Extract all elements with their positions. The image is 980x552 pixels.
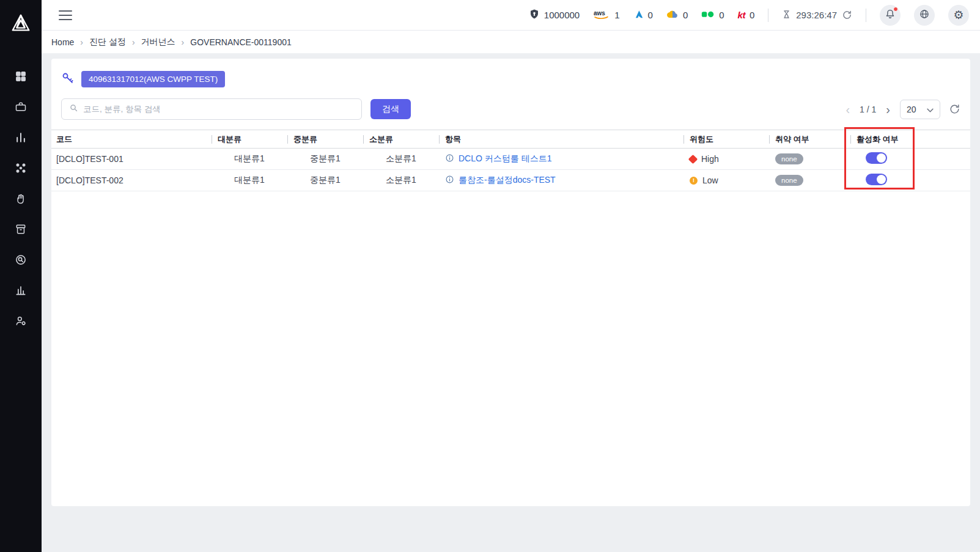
globe-icon: [919, 9, 930, 21]
breadcrumb-governance-id: GOVERNANCE-00119001: [190, 37, 291, 47]
cell-category3: 소분류1: [363, 170, 439, 191]
header-item: 항목: [439, 130, 683, 149]
rule-item-link[interactable]: DCLO 커스텀룰 테스트1: [445, 153, 551, 164]
chevron-right-icon: ›: [132, 37, 135, 47]
pagination: ‹ 1 / 1 › 20: [844, 100, 960, 119]
search-icon: [69, 103, 78, 115]
toolbar: 검색 ‹ 1 / 1 › 20: [51, 96, 970, 128]
cell-category2: 중분류1: [287, 170, 363, 191]
counter-aws-value: 1: [614, 10, 619, 20]
table-row: [DCLO]TEST-001 대분류1 중분류1 소분류1 DCLO 커스텀룰 …: [51, 149, 970, 170]
counter-ncloud: 0: [701, 10, 724, 20]
cell-category1: 대분류1: [212, 170, 287, 191]
breadcrumb-diagnosis-settings[interactable]: 진단 설정: [89, 37, 126, 48]
sidebar-item-policy[interactable]: [9, 192, 33, 205]
rules-table: 코드 대분류 중분류 소분류 항목 위험도 취약 여부 활성화 여부 [DCLO: [51, 130, 970, 191]
table-refresh-button[interactable]: [949, 103, 960, 115]
breadcrumb: Home › 진단 설정 › 거버넌스 › GOVERNANCE-0011900…: [42, 31, 980, 54]
topbar: 1000000 aws 1 0 0: [42, 0, 980, 31]
cell-active: [850, 149, 970, 170]
language-button[interactable]: [914, 5, 935, 26]
key-icon: [61, 72, 74, 87]
ncloud-icon: [701, 10, 715, 20]
active-toggle[interactable]: [866, 174, 887, 185]
header-category3: 소분류: [363, 130, 439, 149]
cell-category2: 중분류1: [287, 149, 363, 170]
search-box: [61, 98, 362, 120]
gcp-icon: [666, 10, 679, 21]
page-size-select[interactable]: 20: [900, 100, 940, 119]
header-risk: 위험도: [683, 130, 769, 149]
toggle-knob: [877, 175, 886, 184]
cell-category3: 소분류1: [363, 149, 439, 170]
risk-label: Low: [702, 175, 718, 185]
cell-vulnerable: none: [769, 170, 850, 191]
chevron-right-icon: ›: [182, 37, 185, 47]
sidebar-item-inspection[interactable]: [9, 253, 33, 267]
sidebar-item-admin[interactable]: [9, 314, 33, 328]
rule-item-link[interactable]: 룰참조-룰설정docs-TEST: [445, 175, 556, 186]
vulnerable-badge: none: [775, 153, 803, 164]
header-category1: 대분류: [212, 130, 287, 149]
content-area: 409631317012(AWS CWPP TEST) 검색 ‹ 1 / 1 ›: [42, 54, 980, 506]
sidebar-item-dashboard[interactable]: [9, 70, 33, 83]
header-active: 활성화 여부: [850, 130, 970, 149]
governance-card: 409631317012(AWS CWPP TEST) 검색 ‹ 1 / 1 ›: [51, 59, 970, 506]
table-row: [DCLO]TEST-002 대분류1 중분류1 소분류1 룰참조-룰설정doc…: [51, 170, 970, 191]
sidebar-item-analytics[interactable]: [9, 284, 33, 297]
sidebar-nav: [9, 70, 33, 328]
risk-low-icon: !: [690, 177, 698, 185]
account-badge: 409631317012(AWS CWPP TEST): [81, 71, 225, 87]
risk-label: High: [701, 154, 719, 164]
cell-code: [DCLO]TEST-002: [51, 170, 212, 191]
page-prev-button[interactable]: ‹: [844, 103, 851, 116]
settings-button[interactable]: ⚙: [948, 5, 969, 26]
chevron-right-icon: ›: [80, 37, 83, 47]
azure-icon: [633, 9, 644, 21]
app-logo-icon: [9, 12, 32, 38]
cell-item: DCLO 커스텀룰 테스트1: [439, 149, 683, 170]
cell-code: [DCLO]TEST-001: [51, 149, 212, 170]
notifications-button[interactable]: [880, 5, 901, 26]
account-row: 409631317012(AWS CWPP TEST): [51, 67, 970, 96]
rule-item-label: DCLO 커스텀룰 테스트1: [459, 153, 551, 164]
page-indicator: 1 / 1: [860, 105, 876, 114]
hourglass-icon: [782, 9, 791, 21]
search-input[interactable]: [83, 105, 354, 114]
info-icon: [445, 175, 454, 186]
topbar-right: 1000000 aws 1 0 0: [529, 5, 969, 26]
chevron-down-icon: [927, 105, 934, 114]
sidebar-item-inventory[interactable]: [9, 223, 33, 236]
header-code: 코드: [51, 130, 212, 149]
search-button[interactable]: 검색: [370, 99, 411, 119]
counter-total: 1000000: [529, 9, 580, 21]
cell-risk: ! Low: [683, 170, 769, 191]
toggle-knob: [877, 153, 886, 163]
breadcrumb-home[interactable]: Home: [51, 37, 74, 47]
sidebar: [0, 0, 42, 552]
info-icon: [445, 153, 454, 164]
cell-vulnerable: none: [769, 149, 850, 170]
active-toggle[interactable]: [866, 152, 887, 164]
menu-toggle-button[interactable]: [59, 10, 72, 20]
aws-icon: aws: [593, 9, 610, 21]
breadcrumb-governance[interactable]: 거버넌스: [141, 37, 175, 48]
rule-item-label: 룰참조-룰설정docs-TEST: [459, 175, 556, 186]
main-area: 1000000 aws 1 0 0: [42, 0, 980, 506]
rules-table-wrap: 코드 대분류 중분류 소분류 항목 위험도 취약 여부 활성화 여부 [DCLO: [51, 130, 970, 191]
header-vulnerable: 취약 여부: [769, 130, 850, 149]
sidebar-item-assets[interactable]: [9, 100, 33, 114]
counter-aws: aws 1: [593, 9, 619, 21]
shield-icon: [529, 9, 540, 21]
timer-refresh-button[interactable]: [842, 10, 852, 20]
session-timer-value: 293:26:47: [796, 10, 837, 20]
counter-total-value: 1000000: [544, 10, 580, 20]
counter-gcp: 0: [666, 10, 688, 21]
cell-item: 룰참조-룰설정docs-TEST: [439, 170, 683, 191]
sidebar-item-resources[interactable]: [9, 161, 33, 175]
counter-gcp-value: 0: [683, 10, 688, 20]
sidebar-item-statistics[interactable]: [9, 131, 33, 144]
counter-kt-value: 0: [750, 10, 754, 20]
page-next-button[interactable]: ›: [885, 103, 891, 116]
counter-kt: kt 0: [738, 10, 755, 20]
